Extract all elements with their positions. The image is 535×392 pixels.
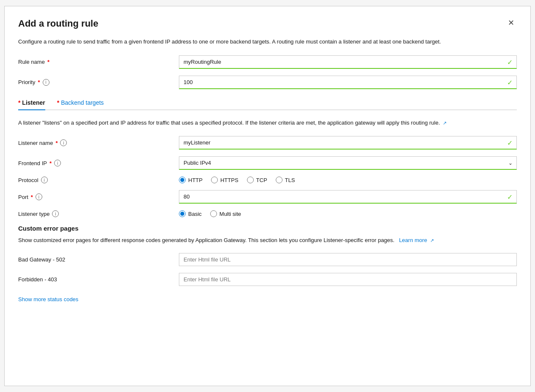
- protocol-label-text: Protocol: [18, 177, 38, 183]
- forbidden-label: Forbidden - 403: [18, 276, 179, 283]
- priority-label-text: Priority: [18, 79, 35, 85]
- frontend-ip-label-text: Frontend IP: [18, 160, 47, 166]
- protocol-info-icon: i: [41, 177, 48, 183]
- listener-name-label-text: Listener name: [18, 140, 53, 146]
- tab-listener[interactable]: * Listener: [18, 96, 45, 110]
- priority-input[interactable]: [179, 76, 517, 89]
- frontend-ip-select[interactable]: Public IPv4 Private IPv4: [179, 156, 517, 170]
- protocol-tcp-radio[interactable]: [247, 177, 254, 183]
- tabs-container: * Listener * Backend targets: [18, 96, 517, 110]
- listener-type-basic-option[interactable]: Basic: [179, 210, 202, 217]
- close-button[interactable]: ✕: [505, 18, 517, 27]
- listener-type-multisite-label: Multi site: [219, 211, 241, 217]
- listener-external-link-icon: ↗: [443, 120, 447, 125]
- listener-type-basic-radio[interactable]: [179, 210, 186, 217]
- learn-more-external-icon: ↗: [430, 238, 434, 243]
- port-input[interactable]: [179, 190, 517, 204]
- listener-type-info-icon: i: [52, 210, 59, 217]
- protocol-http-option[interactable]: HTTP: [179, 177, 203, 183]
- port-check-icon: ✓: [507, 193, 513, 201]
- protocol-https-radio[interactable]: [211, 177, 218, 183]
- protocol-http-label: HTTP: [188, 177, 203, 183]
- protocol-https-label: HTTPS: [220, 177, 239, 183]
- priority-required: *: [38, 79, 40, 85]
- listener-name-check-icon: ✓: [507, 139, 513, 147]
- rule-name-row: Rule name * ✓: [18, 55, 517, 69]
- frontend-ip-label: Frontend IP * i: [18, 160, 179, 166]
- protocol-row: Protocol i HTTP HTTPS TCP TLS: [18, 177, 517, 183]
- protocol-radio-group: HTTP HTTPS TCP TLS: [179, 177, 295, 183]
- custom-error-pages-desc-text: Show customized error pages for differen…: [18, 237, 395, 243]
- priority-label: Priority * i: [18, 79, 179, 86]
- listener-name-label: Listener name * i: [18, 139, 179, 146]
- listener-name-row: Listener name * i ✓: [18, 136, 517, 150]
- priority-info-icon: i: [43, 79, 49, 86]
- listener-type-multisite-radio[interactable]: [210, 210, 217, 217]
- port-required: *: [31, 194, 33, 200]
- bad-gateway-label: Bad Gateway - 502: [18, 256, 179, 263]
- port-field-wrapper: ✓: [179, 190, 517, 204]
- show-more-label: Show more status codes: [18, 296, 78, 302]
- learn-more-label: Learn more: [399, 237, 427, 243]
- rule-name-label-text: Rule name: [18, 59, 45, 65]
- rule-name-check-icon: ✓: [507, 58, 513, 66]
- listener-description: A listener "listens" on a specified port…: [18, 119, 483, 127]
- bad-gateway-input[interactable]: [179, 253, 517, 266]
- port-row: Port * i ✓: [18, 190, 517, 204]
- listener-type-label-text: Listener type: [18, 211, 49, 217]
- forbidden-input[interactable]: [179, 273, 517, 286]
- protocol-https-option[interactable]: HTTPS: [211, 177, 239, 183]
- add-routing-rule-dialog: Add a routing rule ✕ Configure a routing…: [4, 6, 531, 386]
- show-more-status-codes-link[interactable]: Show more status codes: [18, 296, 78, 302]
- dialog-header: Add a routing rule ✕: [18, 18, 517, 29]
- protocol-label: Protocol i: [18, 177, 179, 183]
- listener-type-row: Listener type i Basic Multi site: [18, 210, 517, 217]
- listener-type-basic-label: Basic: [188, 211, 202, 217]
- port-label: Port * i: [18, 193, 179, 200]
- frontend-ip-required: *: [49, 160, 52, 166]
- rule-name-field-wrapper: ✓: [179, 55, 517, 69]
- forbidden-row: Forbidden - 403: [18, 273, 517, 286]
- protocol-tls-radio[interactable]: [276, 177, 283, 183]
- frontend-ip-row: Frontend IP * i Public IPv4 Private IPv4…: [18, 156, 517, 170]
- listener-tab-label: Listener: [22, 99, 45, 106]
- backend-tab-required: *: [57, 99, 59, 106]
- rule-name-input[interactable]: [179, 55, 517, 69]
- listener-type-radio-group: Basic Multi site: [179, 210, 241, 217]
- listener-name-info-icon: i: [60, 139, 67, 146]
- priority-field-wrapper: ✓: [179, 76, 517, 89]
- priority-check-icon: ✓: [507, 78, 513, 86]
- custom-error-pages-description: Show customized error pages for differen…: [18, 236, 483, 245]
- listener-name-input[interactable]: [179, 136, 517, 150]
- custom-error-pages-section: Custom error pages Show customized error…: [18, 225, 517, 302]
- protocol-tls-option[interactable]: TLS: [276, 177, 295, 183]
- port-label-text: Port: [18, 194, 28, 200]
- listener-description-text: A listener "listens" on a specified port…: [18, 120, 440, 126]
- protocol-tcp-label: TCP: [256, 177, 267, 183]
- bad-gateway-row: Bad Gateway - 502: [18, 253, 517, 266]
- listener-name-field-wrapper: ✓: [179, 136, 517, 150]
- learn-more-link[interactable]: Learn more ↗: [399, 237, 433, 243]
- priority-row: Priority * i ✓: [18, 76, 517, 89]
- dialog-description: Configure a routing rule to send traffic…: [18, 38, 483, 46]
- custom-error-pages-heading: Custom error pages: [18, 225, 517, 232]
- listener-type-multisite-option[interactable]: Multi site: [210, 210, 241, 217]
- listener-tab-required: *: [18, 99, 20, 106]
- frontend-ip-field-wrapper: Public IPv4 Private IPv4 ⌄: [179, 156, 517, 170]
- protocol-http-radio[interactable]: [179, 177, 186, 183]
- protocol-tcp-option[interactable]: TCP: [247, 177, 267, 183]
- port-info-icon: i: [36, 193, 42, 200]
- listener-description-link[interactable]: ↗: [442, 120, 447, 126]
- tab-backend-targets[interactable]: * Backend targets: [57, 96, 104, 110]
- listener-type-label: Listener type i: [18, 210, 179, 217]
- frontend-ip-info-icon: i: [54, 160, 61, 166]
- dialog-title: Add a routing rule: [18, 18, 98, 29]
- listener-name-required: *: [55, 140, 58, 146]
- backend-tab-label: Backend targets: [61, 99, 104, 106]
- protocol-tls-label: TLS: [285, 177, 295, 183]
- rule-name-required: *: [47, 59, 49, 65]
- rule-name-label: Rule name *: [18, 59, 179, 65]
